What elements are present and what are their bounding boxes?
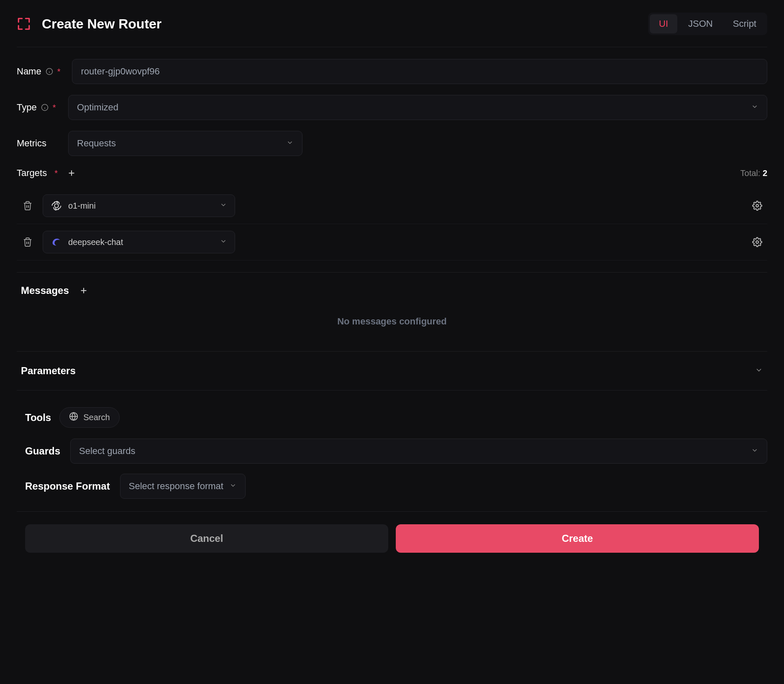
tool-search-chip[interactable]: Search (59, 407, 119, 428)
messages-section: Messages No messages configured (17, 272, 767, 339)
openai-icon (51, 200, 62, 212)
header: Create New Router UI JSON Script (17, 13, 767, 47)
required-marker: * (53, 103, 56, 112)
metrics-value: Requests (77, 138, 116, 149)
name-row: Name * router-gjp0wovpf96 (17, 59, 767, 84)
guards-placeholder: Select guards (79, 446, 136, 457)
parameters-section: Parameters (17, 351, 767, 378)
target-settings-button[interactable] (751, 199, 764, 212)
chevron-down-icon (286, 138, 294, 149)
page: Create New Router UI JSON Script Name * … (0, 0, 784, 565)
metrics-select[interactable]: Requests (68, 131, 302, 156)
required-marker: * (57, 67, 61, 77)
add-target-button[interactable] (65, 167, 78, 179)
targets-header: Targets * Total: 2 (17, 167, 767, 179)
tool-chip-label: Search (83, 413, 110, 422)
globe-icon (69, 412, 78, 423)
response-format-select[interactable]: Select response format (120, 474, 246, 499)
type-value: Optimized (77, 102, 118, 113)
chevron-down-icon (755, 366, 763, 376)
svg-point-11 (756, 241, 758, 243)
target-model-name: o1-mini (68, 201, 96, 211)
tools-section: Tools Search Guards Select guards Respon… (17, 390, 767, 499)
parameters-label: Parameters (21, 365, 76, 377)
name-input[interactable]: router-gjp0wovpf96 (72, 59, 767, 84)
add-message-button[interactable] (77, 284, 90, 297)
target-row: o1-mini (17, 188, 767, 224)
type-select[interactable]: Optimized (68, 95, 767, 120)
create-button[interactable]: Create (396, 524, 759, 553)
view-tabs: UI JSON Script (648, 13, 767, 35)
parameters-toggle[interactable]: Parameters (17, 363, 767, 378)
target-model-select[interactable]: o1-mini (43, 194, 235, 217)
name-label: Name * (17, 66, 60, 77)
page-title: Create New Router (42, 16, 161, 32)
targets-total: Total: 2 (740, 168, 767, 178)
expand-icon[interactable] (17, 17, 31, 31)
targets-label: Targets (17, 168, 47, 179)
chevron-down-icon (229, 481, 237, 492)
svg-point-9 (756, 204, 758, 207)
footer: Cancel Create (17, 511, 767, 553)
messages-label: Messages (21, 285, 69, 296)
guards-select[interactable]: Select guards (70, 439, 767, 464)
target-model-name: deepseek-chat (68, 237, 123, 247)
chevron-down-icon (751, 446, 758, 457)
tab-script[interactable]: Script (724, 14, 766, 33)
svg-point-8 (54, 204, 58, 207)
response-format-label: Response Format (25, 480, 110, 492)
target-row: deepseek-chat (17, 224, 767, 260)
type-label: Type * (17, 102, 56, 113)
metrics-row: Metrics Requests (17, 131, 767, 156)
chevron-down-icon (220, 201, 227, 211)
guards-row: Guards Select guards (17, 439, 767, 464)
delete-target-button[interactable] (20, 235, 35, 250)
cancel-button[interactable]: Cancel (25, 524, 388, 553)
tools-label: Tools (25, 412, 51, 424)
chevron-down-icon (751, 102, 758, 113)
svg-point-10 (57, 241, 59, 242)
deepseek-icon (51, 236, 62, 248)
target-model-select[interactable]: deepseek-chat (43, 231, 235, 253)
delete-target-button[interactable] (20, 198, 35, 213)
guards-label: Guards (25, 445, 60, 457)
info-icon[interactable] (41, 104, 49, 111)
required-marker: * (54, 168, 58, 178)
response-format-row: Response Format Select response format (17, 474, 767, 499)
chevron-down-icon (220, 237, 227, 247)
messages-empty: No messages configured (17, 308, 767, 339)
info-icon[interactable] (46, 68, 53, 75)
metrics-label: Metrics (17, 138, 56, 149)
tab-ui[interactable]: UI (650, 14, 677, 33)
tab-json[interactable]: JSON (679, 14, 722, 33)
type-row: Type * Optimized (17, 95, 767, 120)
response-format-placeholder: Select response format (129, 481, 223, 492)
target-settings-button[interactable] (751, 235, 764, 249)
